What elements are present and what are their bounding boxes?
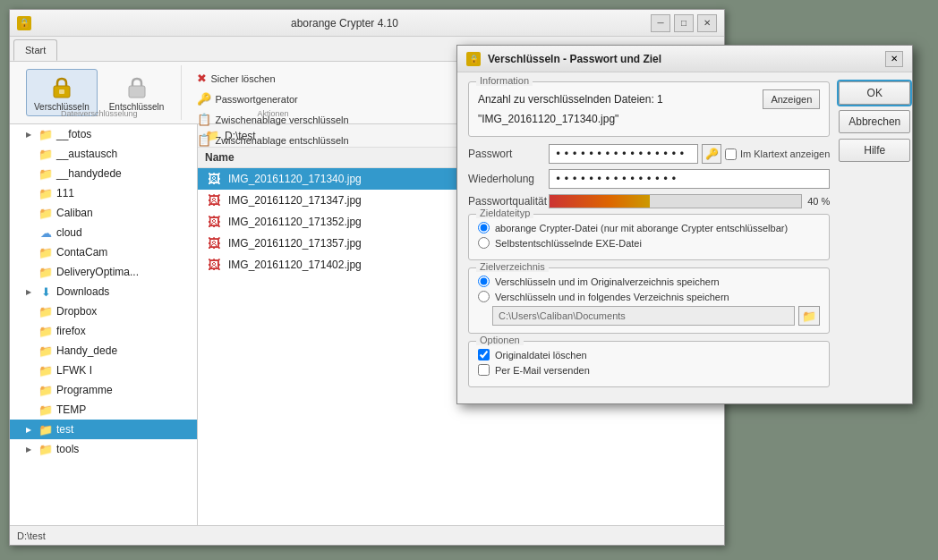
- dialog-body: Information Anzahl zu verschlüsselnden D…: [457, 72, 912, 403]
- optionen-group: Optionen Originaldatei löschen Per E-Mai…: [468, 341, 830, 387]
- folder-icon: 📁: [38, 324, 53, 338]
- folder-icon: 📁: [38, 265, 53, 279]
- app-icon: 🔒: [17, 16, 31, 30]
- zielverzeichnis-group: Zielverzeichnis Verschlüsseln und im Ori…: [468, 267, 830, 334]
- anzeigen-button[interactable]: Anzeigen: [763, 89, 820, 109]
- info-filename-row: "IMG_20161120_171340.jpg": [478, 113, 820, 125]
- file-name: IMG_20161120_171352.jpg: [228, 216, 362, 228]
- zieldateityp-radio-exe[interactable]: [478, 237, 490, 249]
- dialog-close-button[interactable]: ✕: [885, 51, 903, 67]
- tree-label: __handydede: [56, 167, 122, 180]
- file-name: IMG_20161120_171357.jpg: [228, 237, 362, 250]
- file-name: IMG_20161120_171347.jpg: [228, 194, 362, 207]
- wiederholung-label: Wiederholung: [468, 173, 549, 185]
- folder-icon: 📁: [38, 363, 53, 378]
- tree-item-handydede[interactable]: 📁__handydede: [10, 164, 197, 183]
- info-count: Anzahl zu verschlüsselnden Dateien: 1: [478, 93, 763, 106]
- tree-label: Programme: [56, 384, 113, 396]
- tree-label: tools: [56, 443, 79, 455]
- tree-item-austausch[interactable]: 📁__austausch: [10, 144, 197, 164]
- option-originaldatei-checkbox[interactable]: [478, 349, 490, 361]
- sicher-loeschen-button[interactable]: ✖ Sicher löschen: [191, 69, 354, 88]
- quality-fill: [550, 195, 650, 208]
- left-panel: ▶📁__fotos📁__austausch📁__handydede📁111📁Ca…: [10, 124, 198, 525]
- klartext-checkbox[interactable]: [725, 148, 737, 160]
- tree-item-lfwk1[interactable]: 📁LFWK I: [10, 361, 197, 380]
- tree-label: Downloads: [56, 285, 109, 298]
- tree-item-contacam[interactable]: 📁ContaCam: [10, 242, 197, 262]
- zwischenablage-entschluesseln-button[interactable]: 📋 Zwischenablage entschlüsseln: [191, 131, 354, 149]
- tree-arrow: ▶: [26, 131, 38, 139]
- zieldateityp-option-aborange: aborange Crypter-Datei (nur mit aborange…: [478, 222, 820, 233]
- password-reveal-icon[interactable]: 🔑: [702, 144, 721, 164]
- key-icon: 🔑: [197, 92, 211, 106]
- tree-label: cloud: [56, 226, 82, 239]
- tree-item-dropbox[interactable]: 📁Dropbox: [10, 301, 197, 321]
- ok-button[interactable]: OK: [839, 81, 910, 105]
- tree-label: Dropbox: [56, 305, 97, 318]
- svg-rect-1: [59, 89, 64, 94]
- cloud-icon: ☁: [38, 225, 53, 240]
- tree-item-111[interactable]: 📁111: [10, 183, 197, 203]
- folder-icon: 📁: [38, 166, 53, 181]
- zieldateityp-group: Zieldateityp aborange Crypter-Datei (nur…: [468, 214, 830, 260]
- option-email-checkbox[interactable]: [478, 364, 490, 376]
- tree-item-cloud[interactable]: ☁cloud: [10, 223, 197, 242]
- tree-label: __austausch: [56, 148, 117, 160]
- tree-item-firefox[interactable]: 📁firefox: [10, 321, 197, 341]
- sicher-loeschen-label: Sicher löschen: [210, 73, 275, 84]
- file-icon: 🖼: [205, 193, 223, 208]
- folder-icon: 📁: [38, 206, 53, 220]
- folder-icon: 📁: [38, 304, 53, 318]
- cancel-button[interactable]: Abbrechen: [839, 110, 910, 133]
- tree-item-temp[interactable]: 📁TEMP: [10, 400, 197, 420]
- klartext-label: Im Klartext anzeigen: [740, 148, 830, 159]
- tree-item-fotos[interactable]: ▶📁__fotos: [10, 124, 197, 144]
- tree-item-handy_dede[interactable]: 📁Handy_dede: [10, 341, 197, 361]
- tree-item-downloads[interactable]: ▶⬇Downloads: [10, 282, 197, 301]
- file-icon: 🖼: [205, 172, 223, 186]
- zieldateityp-exe-label: Selbstentschlüsselnde EXE-Datei: [495, 238, 642, 249]
- zielverzeichnis-radio-original[interactable]: [478, 276, 490, 287]
- close-button[interactable]: ✕: [697, 14, 717, 32]
- wiederholung-input[interactable]: [549, 169, 830, 189]
- passwortgenerator-button[interactable]: 🔑 Passwortgenerator: [191, 89, 354, 108]
- minimize-button[interactable]: ─: [651, 14, 670, 32]
- quality-bar: [549, 194, 802, 208]
- tree-item-deliveryoptima[interactable]: 📁DeliveryOptima...: [10, 262, 197, 282]
- tree-label: __fotos: [56, 128, 91, 140]
- folder-icon: 📁: [38, 245, 53, 259]
- passwortgenerator-label: Passwortgenerator: [215, 94, 297, 105]
- tab-start[interactable]: Start: [13, 39, 57, 61]
- wiederholung-input-wrap: [549, 169, 830, 189]
- zielverzeichnis-radio-other[interactable]: [478, 291, 490, 302]
- info-filename: "IMG_20161120_171340.jpg": [478, 113, 820, 125]
- folder-icon: 📁: [38, 383, 53, 397]
- dialog-main-content: Information Anzahl zu verschlüsselnden D…: [468, 81, 830, 395]
- tree-arrow: ▶: [26, 445, 38, 454]
- ribbon-group-encryption: Verschlüsseln Entschlüsseln Dateiverschl…: [17, 65, 182, 120]
- password-row: Passwort 🔑 Im Klartext anzeigen: [468, 144, 830, 164]
- zieldateityp-radio-aborange[interactable]: [478, 222, 490, 233]
- download-icon: ⬇: [38, 284, 53, 299]
- tree-label: TEMP: [56, 403, 86, 416]
- tree-label: 111: [56, 187, 74, 199]
- help-button[interactable]: Hilfe: [839, 139, 910, 162]
- tree-item-caliban[interactable]: 📁Caliban: [10, 203, 197, 223]
- folder-icon: 📁: [38, 127, 53, 141]
- information-group: Information Anzahl zu verschlüsselnden D…: [468, 81, 830, 137]
- folder-icon: 📁: [38, 442, 53, 456]
- tree-label: DeliveryOptima...: [56, 266, 139, 278]
- tree-item-test[interactable]: ▶📁test: [10, 420, 197, 439]
- target-dir-browse-button[interactable]: 📁: [798, 306, 820, 326]
- tree-item-programme[interactable]: 📁Programme: [10, 380, 197, 400]
- target-dir-input[interactable]: [492, 306, 795, 326]
- tree-item-tools[interactable]: ▶📁tools: [10, 439, 197, 459]
- dialog-icon: 🔒: [466, 52, 481, 66]
- tree-scroll[interactable]: ▶📁__fotos📁__austausch📁__handydede📁111📁Ca…: [10, 124, 197, 525]
- password-input[interactable]: [549, 144, 698, 164]
- tree-label: ContaCam: [56, 246, 107, 259]
- maximize-button[interactable]: □: [674, 14, 694, 32]
- zieldateityp-option-exe: Selbstentschlüsselnde EXE-Datei: [478, 237, 820, 249]
- option-email-label: Per E-Mail versenden: [495, 365, 590, 376]
